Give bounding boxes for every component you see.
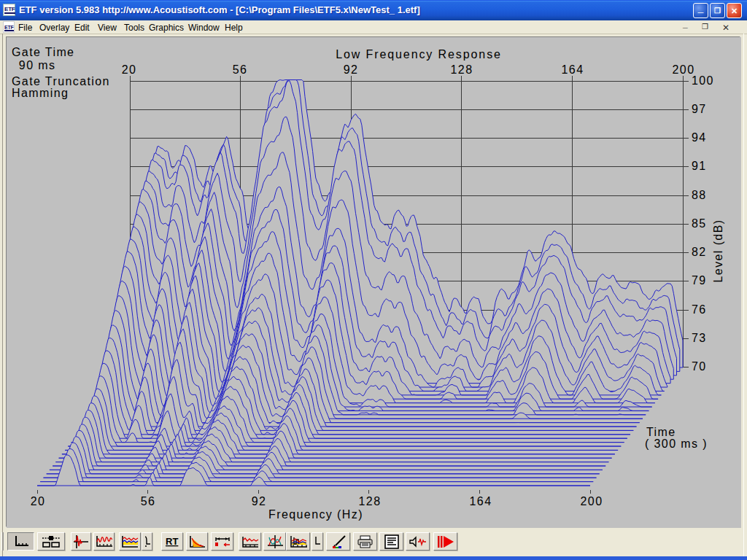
svg-text:RT: RT (166, 536, 178, 547)
